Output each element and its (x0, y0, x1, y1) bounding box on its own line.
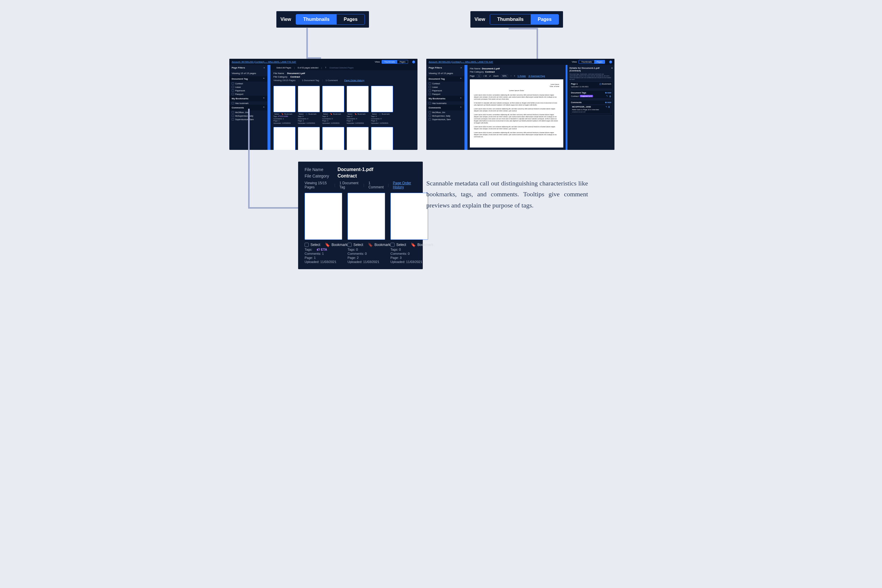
checkbox[interactable] (232, 102, 234, 104)
tab-thumbnails[interactable]: Thumbnails (579, 60, 594, 63)
collapse-handle[interactable] (464, 65, 467, 150)
tab-thumbnails[interactable]: Thumbnails (382, 60, 397, 63)
checkbox[interactable] (429, 115, 431, 117)
download-selected[interactable]: Download Selected Pages (329, 67, 354, 69)
bookmark-icon[interactable]: 🔖 (355, 113, 357, 116)
section-comments[interactable]: Comments (232, 106, 244, 109)
page-thumbnail[interactable] (273, 86, 296, 112)
bookmark-icon[interactable]: ▢ (379, 113, 381, 116)
filter-item[interactable]: Passport (432, 93, 440, 95)
filter-item[interactable]: Paperwork (432, 90, 442, 92)
section-document-tag[interactable]: Document Tag (429, 78, 445, 80)
filter-item[interactable]: Supervisorson, Sam (432, 118, 451, 120)
section-comments[interactable]: Comments (429, 106, 441, 109)
thumbnail[interactable] (347, 127, 369, 150)
delete-icon[interactable]: 🗑 (608, 106, 610, 108)
close-icon[interactable]: × (263, 66, 265, 69)
page-thumbnail[interactable] (298, 127, 320, 150)
checkbox[interactable] (429, 102, 431, 104)
filter-item[interactable]: McSupervisor, Sally (432, 115, 450, 117)
rotate-button[interactable]: ↻ Rotate (517, 75, 526, 77)
checkbox[interactable] (232, 86, 234, 88)
checkbox[interactable] (429, 89, 431, 92)
checkbox[interactable] (232, 118, 234, 120)
filter-item[interactable]: Lease (432, 86, 438, 88)
bookmark-icon[interactable]: ▢ (306, 113, 308, 116)
add-button[interactable]: ⊕ Add (605, 101, 611, 104)
bookmark-icon[interactable]: 🔖 (330, 113, 332, 116)
thumbnail[interactable] (371, 127, 393, 150)
tab-pages[interactable]: Pages (531, 14, 559, 24)
download-page-button[interactable]: ⬇ Download Page (528, 75, 545, 77)
page-order-history-link[interactable]: Page Order History (344, 79, 364, 82)
tab-pages[interactable]: Pages (337, 14, 365, 24)
checkbox[interactable] (232, 82, 234, 85)
filter-item[interactable]: Has bookmarks (432, 102, 446, 104)
filter-item[interactable]: Contract (235, 82, 243, 85)
zoom-out-icon[interactable]: − (510, 75, 512, 77)
section-document-tag[interactable]: Document Tag (232, 78, 248, 80)
thumbnail[interactable] (322, 127, 344, 150)
help-icon[interactable]: ? (609, 60, 612, 63)
checkbox[interactable] (429, 82, 431, 85)
checkbox[interactable] (429, 93, 431, 95)
thumbnail[interactable]: Select 🔖Bookmark Tags: 0 Comments: 0Page… (347, 86, 369, 124)
page-input[interactable]: 1 (477, 74, 481, 78)
page-order-history-link[interactable]: Page Order History (393, 181, 416, 189)
page-thumbnail[interactable] (371, 127, 393, 150)
zoom-input[interactable]: 50% (501, 74, 508, 78)
checkbox[interactable] (429, 118, 431, 120)
checkbox[interactable] (429, 86, 431, 88)
checkbox[interactable] (391, 243, 395, 247)
close-icon[interactable]: × (460, 66, 462, 69)
close-icon[interactable]: × (611, 67, 613, 72)
page-thumbnail[interactable] (298, 86, 320, 112)
zoom-in-icon[interactable]: + (514, 75, 515, 77)
edit-icon[interactable]: ✎ (606, 95, 608, 97)
bookmark-icon[interactable]: 🔖 (325, 242, 330, 247)
checkbox[interactable] (232, 93, 234, 95)
filter-item[interactable]: McOfficer, Jim (235, 111, 248, 113)
page-thumbnail[interactable] (322, 127, 344, 150)
breadcrumb[interactable]: Account: 967891283 (Contract) — WILLIAMS… (429, 60, 493, 63)
tab-pages[interactable]: Pages (594, 60, 605, 63)
bookmark-icon[interactable]: 🔖 (368, 242, 373, 247)
filter-item[interactable]: Has bookmark (235, 102, 248, 104)
help-icon[interactable]: ? (412, 60, 415, 63)
checkbox[interactable] (232, 111, 234, 113)
filter-item[interactable]: Lease (235, 86, 241, 88)
bookmark-button[interactable]: ▢ Bookmark (600, 83, 611, 85)
checkbox[interactable] (347, 243, 352, 247)
thumbnail[interactable]: Select 🔖Bookmark Tags: 0 Comments: 0Page… (322, 86, 344, 124)
section-bookmarks[interactable]: My Bookmarks (232, 97, 248, 100)
tab-thumbnails[interactable]: Thumbnails (490, 14, 531, 24)
thumbnail[interactable]: Select ▢Bookmark Tags: 0 Comments: 0Page… (371, 86, 393, 124)
add-button[interactable]: ⊕ Add (605, 92, 611, 94)
page-thumbnail[interactable] (347, 86, 369, 112)
thumbnail[interactable]: Select ▢Bookmark Tags: 0 Comments: 0Page… (298, 86, 320, 124)
delete-icon[interactable]: 🗑 (609, 95, 611, 97)
filter-item[interactable]: McOfficer, Jim (432, 111, 445, 113)
tab-pages[interactable]: Pages (397, 60, 408, 63)
checkbox[interactable] (232, 89, 234, 92)
page-thumbnail[interactable] (391, 193, 428, 240)
checkbox[interactable] (429, 111, 431, 113)
page-thumbnail[interactable] (371, 86, 393, 112)
filter-item[interactable]: Contract (432, 82, 440, 85)
breadcrumb[interactable]: Account: 967891283 (Contract) — WILLIAMS… (232, 60, 296, 63)
bookmark-icon[interactable]: 🔖 (411, 242, 416, 247)
filter-item[interactable]: Paperwork (235, 90, 245, 92)
edit-icon[interactable]: ✎ (606, 106, 607, 108)
filter-item[interactable]: Passport (235, 93, 243, 95)
section-bookmarks[interactable]: My Bookmarks (429, 97, 445, 100)
page-preview[interactable]: Lorem IpsumDolor, sit amet Lorem Ipsum D… (470, 80, 563, 147)
page-thumbnail[interactable] (347, 193, 385, 240)
checkbox[interactable] (305, 243, 309, 247)
tab-thumbnails[interactable]: Thumbnails (296, 14, 337, 24)
page-stepper[interactable]: ▴▾ (489, 75, 491, 77)
page-thumbnail[interactable] (322, 86, 344, 112)
page-thumbnail[interactable] (305, 193, 342, 240)
checkbox[interactable] (232, 115, 234, 117)
page-thumbnail[interactable] (347, 127, 369, 150)
select-all-label[interactable]: Select All Pages (276, 67, 291, 69)
